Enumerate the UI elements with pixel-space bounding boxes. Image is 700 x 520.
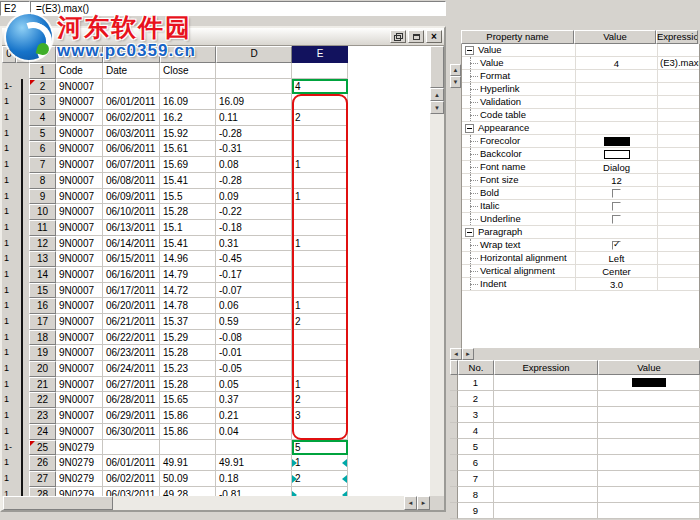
watch-value[interactable] (598, 471, 700, 487)
row-header-11[interactable]: 11 (29, 220, 56, 236)
cell-C22[interactable]: 15.65 (160, 392, 216, 408)
cell-D19[interactable]: -0.01 (216, 345, 292, 361)
property-row[interactable]: Font nameDialog (462, 161, 699, 174)
cell-E20[interactable] (292, 361, 348, 377)
cell-E27[interactable]: 2 (292, 471, 348, 487)
cell-B23[interactable]: 06/29/2011 (103, 408, 160, 424)
cell-B22[interactable]: 06/28/2011 (103, 392, 160, 408)
window-titlebar[interactable]: ...ill.gex (2, 28, 444, 46)
cell-A15[interactable]: 9N0007 (56, 283, 103, 299)
cell-C1[interactable]: Close (160, 63, 216, 79)
cell-C20[interactable]: 15.23 (160, 361, 216, 377)
cell-E3[interactable] (292, 94, 348, 110)
property-value[interactable] (575, 148, 657, 160)
property-row[interactable]: Vertical alignmentCenter (462, 265, 699, 278)
watch-row[interactable]: 3 (450, 407, 700, 423)
cell-A7[interactable]: 9N0007 (56, 157, 103, 173)
cell-B1[interactable]: Date (103, 63, 160, 79)
cell-A25[interactable]: 9N0279 (56, 440, 103, 456)
cell-A23[interactable]: 9N0007 (56, 408, 103, 424)
checkbox[interactable] (612, 189, 621, 198)
watch-value[interactable] (598, 439, 700, 455)
row-header-6[interactable]: 6 (29, 141, 56, 157)
cell-C9[interactable]: 15.5 (160, 189, 216, 205)
property-row[interactable]: Backcolor (462, 148, 699, 161)
cell-C17[interactable]: 15.37 (160, 314, 216, 330)
row-header-5[interactable]: 5 (29, 126, 56, 142)
cell-D14[interactable]: -0.17 (216, 267, 292, 283)
cell-D11[interactable]: -0.18 (216, 220, 292, 236)
cell-D22[interactable]: 0.37 (216, 392, 292, 408)
cell-A19[interactable]: 9N0007 (56, 345, 103, 361)
cell-B7[interactable]: 06/07/2011 (103, 157, 160, 173)
cell-E21[interactable]: 1 (292, 377, 348, 393)
cell-D18[interactable]: -0.08 (216, 330, 292, 346)
property-value[interactable] (575, 213, 657, 225)
cell-C25[interactable] (160, 440, 216, 456)
scroll-up-icon[interactable] (430, 88, 444, 101)
cell-E25[interactable]: 5 (292, 440, 348, 456)
property-value[interactable]: Center (575, 265, 657, 277)
cell-B8[interactable]: 06/08/2011 (103, 173, 160, 189)
property-value[interactable] (575, 226, 657, 238)
property-value[interactable] (575, 96, 657, 108)
horizontal-scrollbar-thumb[interactable] (3, 496, 113, 510)
cell-D9[interactable]: 0.09 (216, 189, 292, 205)
checkbox[interactable] (612, 241, 621, 250)
horizontal-scrollbar[interactable] (2, 496, 430, 510)
cell-C18[interactable]: 15.29 (160, 330, 216, 346)
property-row[interactable]: Forecolor (462, 135, 699, 148)
cell-C10[interactable]: 15.28 (160, 204, 216, 220)
cell-E14[interactable] (292, 267, 348, 283)
row-header-12[interactable]: 12 (29, 236, 56, 252)
row-header-1[interactable]: 1 (29, 63, 56, 79)
property-row[interactable]: Value4(E3).max() (462, 57, 699, 70)
cell-D20[interactable]: -0.05 (216, 361, 292, 377)
cell-B9[interactable]: 06/09/2011 (103, 189, 160, 205)
cell-E8[interactable] (292, 173, 348, 189)
outline-cell[interactable]: 1- (2, 79, 16, 95)
property-row[interactable]: Underline (462, 213, 699, 226)
column-header-E[interactable]: E (292, 46, 348, 63)
cell-E9[interactable]: 1 (292, 189, 348, 205)
cell-E12[interactable]: 1 (292, 236, 348, 252)
cell-C21[interactable]: 15.28 (160, 377, 216, 393)
cell-E5[interactable] (292, 126, 348, 142)
watch-expression[interactable] (494, 407, 598, 423)
cell-D7[interactable]: 0.08 (216, 157, 292, 173)
cell-C12[interactable]: 15.41 (160, 236, 216, 252)
property-value[interactable] (575, 109, 657, 121)
cell-B21[interactable]: 06/27/2011 (103, 377, 160, 393)
cell-A18[interactable]: 9N0007 (56, 330, 103, 346)
cell-B13[interactable]: 06/15/2011 (103, 251, 160, 267)
watch-value[interactable] (598, 487, 700, 503)
cell-C15[interactable]: 14.72 (160, 283, 216, 299)
row-header-17[interactable]: 17 (29, 314, 56, 330)
cell-A11[interactable]: 9N0007 (56, 220, 103, 236)
row-header-10[interactable]: 10 (29, 204, 56, 220)
cell-A24[interactable]: 9N0007 (56, 424, 103, 440)
property-row[interactable]: Bold (462, 187, 699, 200)
formula-input[interactable]: =(E3).max() (30, 1, 446, 16)
watch-row[interactable]: 2 (450, 391, 700, 407)
property-row[interactable]: Italic (462, 200, 699, 213)
row-header-14[interactable]: 14 (29, 267, 56, 283)
property-grid-header-name[interactable]: Property name (461, 30, 574, 44)
watch-value[interactable] (598, 407, 700, 423)
watch-row[interactable]: 6 (450, 455, 700, 471)
cell-A14[interactable]: 9N0007 (56, 267, 103, 283)
cell-C7[interactable]: 15.69 (160, 157, 216, 173)
cell-C5[interactable]: 15.92 (160, 126, 216, 142)
panel-scroll-down-icon[interactable] (450, 76, 461, 88)
column-header-D[interactable]: D (216, 46, 292, 63)
property-value[interactable] (575, 135, 657, 147)
cell-B2[interactable] (103, 79, 160, 95)
cell-reference-box[interactable]: E2 (0, 1, 30, 16)
cell-D2[interactable] (216, 79, 292, 95)
watch-value[interactable] (598, 375, 700, 391)
watch-expression[interactable] (494, 375, 598, 391)
cell-A28[interactable]: 9N0279 (56, 487, 103, 496)
row-header-23[interactable]: 23 (29, 408, 56, 424)
cell-D25[interactable] (216, 440, 292, 456)
property-row[interactable]: Font size12 (462, 174, 699, 187)
